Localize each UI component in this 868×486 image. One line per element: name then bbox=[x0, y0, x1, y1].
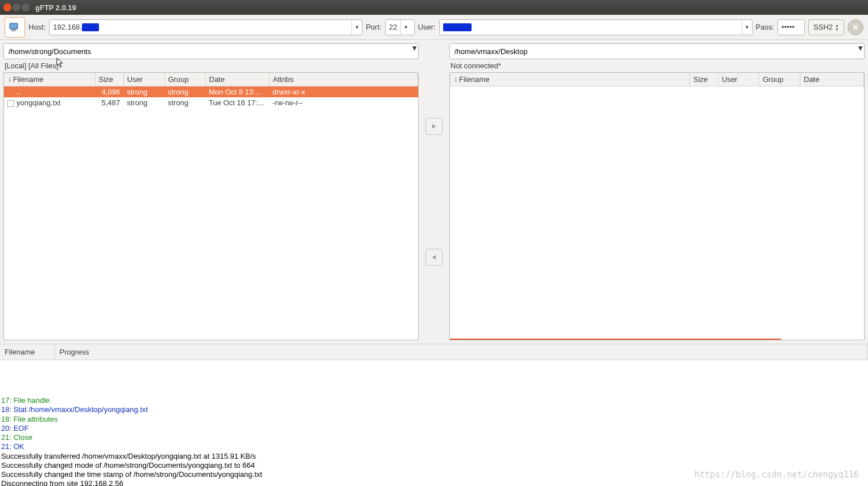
file-date: Mon Oct 8 13:42:3 bbox=[205, 87, 269, 98]
remote-path-input[interactable]: ▼ bbox=[449, 43, 865, 59]
user-label: User: bbox=[418, 23, 436, 31]
remote-status: Not connected* bbox=[449, 60, 865, 72]
transfer-queue: Filename Progress bbox=[0, 344, 868, 395]
host-input[interactable]: 192.168. ▼ bbox=[49, 19, 362, 35]
arrow-right-icon bbox=[431, 123, 437, 130]
pass-input[interactable]: ••••• bbox=[778, 19, 805, 35]
remote-path-dropdown[interactable]: ▼ bbox=[857, 44, 864, 59]
sort-icon: ⇩ bbox=[7, 77, 12, 83]
close-icon bbox=[852, 24, 859, 31]
connection-toolbar: Host: 192.168. ▼ Port: 22 ▼ User: ▼ Pass… bbox=[0, 15, 868, 40]
loading-indicator bbox=[450, 339, 781, 340]
port-input[interactable]: 22 ▼ bbox=[385, 19, 415, 35]
col-filename[interactable]: ⇩Filename bbox=[4, 73, 95, 87]
log-panel[interactable]: 17: File handle18: Stat /home/vmaxx/Desk… bbox=[0, 395, 868, 486]
file-icon bbox=[7, 100, 14, 107]
host-label: Host: bbox=[28, 23, 46, 31]
transfer-controls bbox=[419, 43, 449, 340]
log-line: Successfully changed mode of /home/stron… bbox=[1, 461, 867, 470]
window-controls bbox=[3, 3, 30, 11]
protocol-value: SSH2 bbox=[813, 23, 833, 31]
col-date[interactable]: Date bbox=[205, 73, 269, 87]
file-group: strong bbox=[164, 87, 205, 98]
local-table: ⇩Filename Size User Group Date Attribs .… bbox=[4, 73, 418, 108]
col-attribs[interactable]: Attribs bbox=[269, 73, 418, 87]
file-size: 5,487 bbox=[95, 97, 123, 108]
spin-icon: ▲▼ bbox=[835, 23, 839, 31]
folder-up-icon bbox=[7, 89, 14, 96]
file-user: strong bbox=[123, 87, 164, 98]
port-label: Port: bbox=[366, 23, 381, 31]
log-line: 21: Close bbox=[1, 433, 867, 442]
log-line: 17: File handle bbox=[1, 396, 867, 405]
sort-icon: ⇩ bbox=[453, 77, 458, 83]
col-user[interactable]: User bbox=[718, 73, 759, 87]
svg-rect-1 bbox=[12, 29, 15, 30]
remote-file-list[interactable]: ⇩Filename Size User Group Date bbox=[449, 72, 865, 340]
local-file-list[interactable]: ⇩Filename Size User Group Date Attribs .… bbox=[3, 72, 419, 340]
col-group[interactable]: Group bbox=[759, 73, 800, 87]
remote-path-value[interactable] bbox=[450, 44, 857, 59]
col-date[interactable]: Date bbox=[800, 73, 864, 87]
computer-icon bbox=[8, 20, 22, 34]
host-redacted bbox=[82, 23, 99, 31]
arrow-left-icon bbox=[431, 254, 437, 261]
log-line: 18: File attributes bbox=[1, 415, 867, 424]
log-line: Successfully transferred /home/vmaxx/Des… bbox=[1, 452, 867, 461]
col-group[interactable]: Group bbox=[164, 73, 205, 87]
queue-col-filename[interactable]: Filename bbox=[0, 344, 55, 360]
file-size: 4,096 bbox=[95, 87, 123, 98]
stop-button[interactable] bbox=[848, 19, 863, 35]
local-path-dropdown[interactable]: ▼ bbox=[411, 44, 418, 59]
close-button[interactable] bbox=[3, 3, 11, 11]
titlebar: gFTP 2.0.19 bbox=[0, 0, 868, 15]
file-attribs: drwxr-xr-x bbox=[269, 87, 418, 98]
remote-table: ⇩Filename Size User Group Date bbox=[450, 73, 864, 87]
queue-col-progress[interactable]: Progress bbox=[55, 344, 868, 360]
user-redacted bbox=[443, 23, 472, 31]
host-value: 192.168. bbox=[53, 23, 82, 31]
pass-label: Pass: bbox=[756, 23, 775, 31]
svg-rect-2 bbox=[11, 30, 16, 31]
local-path-input[interactable]: ▼ bbox=[3, 43, 419, 59]
upload-button[interactable] bbox=[425, 118, 443, 135]
main-area: ▼ [Local] [All Files] ⇩Filename Size Use… bbox=[0, 40, 868, 344]
log-line: 20: EOF bbox=[1, 424, 867, 433]
file-name: yongqiang.txt bbox=[16, 98, 60, 107]
user-input[interactable]: ▼ bbox=[439, 19, 753, 35]
watermark: https://blog.csdn.net/chengyq116 bbox=[695, 469, 859, 480]
queue-table: Filename Progress bbox=[0, 344, 868, 360]
port-value: 22 bbox=[386, 20, 400, 35]
log-line: Disconnecting from site 192.168.2.56 bbox=[1, 479, 867, 486]
table-row[interactable]: yongqiang.txt5,487strongstrongTue Oct 16… bbox=[4, 97, 418, 108]
col-size[interactable]: Size bbox=[95, 73, 123, 87]
local-pane: ▼ [Local] [All Files] ⇩Filename Size Use… bbox=[3, 43, 419, 340]
table-row[interactable]: ..4,096strongstrongMon Oct 8 13:42:3drwx… bbox=[4, 87, 418, 98]
col-user[interactable]: User bbox=[123, 73, 164, 87]
local-status: [Local] [All Files] bbox=[3, 60, 419, 72]
maximize-button[interactable] bbox=[22, 3, 30, 11]
minimize-button[interactable] bbox=[13, 3, 20, 11]
protocol-select[interactable]: SSH2 ▲▼ bbox=[808, 19, 844, 35]
port-dropdown[interactable]: ▼ bbox=[400, 20, 411, 35]
window-title: gFTP 2.0.19 bbox=[35, 3, 76, 12]
svg-rect-0 bbox=[10, 23, 18, 29]
host-dropdown[interactable]: ▼ bbox=[352, 20, 362, 35]
col-size[interactable]: Size bbox=[690, 73, 718, 87]
log-line: 18: Stat /home/vmaxx/Desktop/yongqiang.t… bbox=[1, 405, 867, 414]
local-path-value[interactable] bbox=[4, 44, 411, 59]
pass-value: ••••• bbox=[782, 23, 795, 31]
log-line: 21: OK bbox=[1, 442, 867, 451]
file-group: strong bbox=[164, 97, 205, 108]
col-filename[interactable]: ⇩Filename bbox=[450, 73, 690, 87]
user-dropdown[interactable]: ▼ bbox=[742, 20, 752, 35]
connect-button[interactable] bbox=[5, 17, 25, 38]
file-name: .. bbox=[16, 88, 20, 96]
file-user: strong bbox=[123, 97, 164, 108]
remote-pane: ▼ Not connected* ⇩Filename Size User Gro… bbox=[449, 43, 865, 340]
file-attribs: -rw-rw-r-- bbox=[269, 97, 418, 108]
file-date: Tue Oct 16 17:15:2 bbox=[205, 97, 269, 108]
download-button[interactable] bbox=[425, 249, 443, 266]
